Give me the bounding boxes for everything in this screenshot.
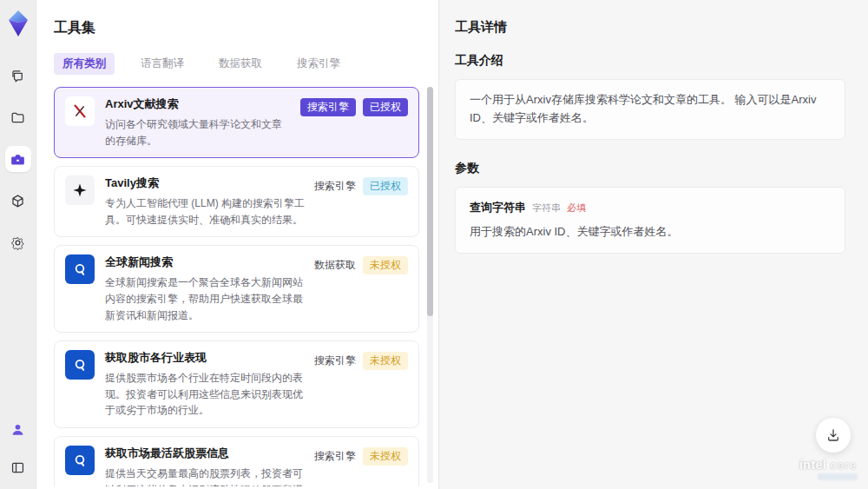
tool-card-arxiv[interactable]: Arxiv文献搜索 访问各个研究领域大量科学论文和文章的存储库。 搜索引擎 已授… [54, 87, 419, 158]
status-badge: 未授权 [363, 352, 408, 370]
tool-card-global-news[interactable]: 全球新闻搜索 全球新闻搜索是一个聚合全球各大新闻网站内容的搜索引擎，帮助用户快速… [54, 245, 419, 333]
scrollbar-thumb[interactable] [427, 87, 433, 316]
intro-text-box: 一个用于从Arxiv存储库搜索科学论文和文章的工具。 输入可以是Arxiv ID… [455, 79, 845, 140]
collapse-sidebar-button[interactable] [5, 454, 31, 480]
tab-all-categories[interactable]: 所有类别 [54, 53, 115, 75]
user-avatar[interactable] [5, 416, 31, 442]
detail-title: 工具详情 [455, 19, 845, 36]
tavily-star-icon [65, 175, 95, 205]
intel-logo-text: intel [799, 458, 826, 472]
tool-name: 获取股市各行业表现 [105, 350, 306, 366]
sidebar-item-models[interactable] [5, 188, 31, 214]
tools-panel: 工具集 所有类别 语言翻译 数据获取 搜索引擎 Arxiv文献搜索 访问各个研究… [36, 0, 438, 489]
cube-icon [10, 193, 26, 209]
download-button[interactable] [816, 418, 851, 453]
status-badge: 已授权 [363, 177, 408, 195]
status-badge: 未授权 [363, 256, 408, 274]
download-icon [825, 427, 841, 443]
settings-icon [10, 235, 26, 251]
tool-name: 获取市场最活跃股票信息 [105, 446, 306, 461]
tool-list: Arxiv文献搜索 访问各个研究领域大量科学论文和文章的存储库。 搜索引擎 已授… [54, 87, 438, 486]
tool-name: Tavily搜索 [105, 175, 306, 191]
status-badge: 未授权 [363, 447, 408, 466]
param-type: 字符串 [532, 201, 561, 216]
category-tabs: 所有类别 语言翻译 数据获取 搜索引擎 [54, 53, 438, 75]
panel-collapse-icon [10, 459, 26, 476]
tab-search-engine[interactable]: 搜索引擎 [288, 53, 349, 75]
processor-badge [818, 473, 858, 480]
param-description: 用于搜索的Arxiv ID、关键字或作者姓名。 [470, 223, 831, 241]
param-required-badge: 必填 [567, 201, 586, 216]
tool-description: 访问各个研究领域大量科学论文和文章的存储库。 [105, 116, 292, 149]
sidebar-item-chat[interactable] [5, 63, 31, 89]
stock-search-icon [65, 446, 95, 475]
status-badge: 已授权 [363, 98, 408, 116]
chat-icon [10, 68, 26, 84]
app-window: 工具集 所有类别 语言翻译 数据获取 搜索引擎 Arxiv文献搜索 访问各个研究… [0, 0, 868, 489]
sidebar-item-settings[interactable] [5, 229, 31, 255]
tool-card-stock-sectors[interactable]: 获取股市各行业表现 提供股票市场各个行业在特定时间段内的表现。投资者可以利用这些… [54, 340, 419, 428]
gem-logo-icon [7, 10, 30, 36]
list-scrollbar [427, 87, 433, 483]
category-label: 搜索引擎 [314, 177, 356, 195]
intro-heading: 工具介绍 [455, 53, 845, 69]
tool-description: 提供当天交易量最高的股票列表，投资者可以利用这些信息来识别流动性强的股票和潜在的… [105, 466, 306, 486]
tool-card-active-stocks[interactable]: 获取市场最活跃股票信息 提供当天交易量最高的股票列表，投资者可以利用这些信息来识… [54, 436, 419, 486]
news-search-icon [65, 254, 95, 284]
avatar-user-icon [10, 421, 26, 438]
category-label: 数据获取 [314, 256, 356, 274]
sidebar-item-files[interactable] [5, 104, 31, 130]
tool-card-tavily[interactable]: Tavily搜索 专为人工智能代理 (LLM) 构建的搜索引擎工具。可快速提供实… [54, 166, 419, 237]
tool-description: 全球新闻搜索是一个聚合全球各大新闻网站内容的搜索引擎，帮助用户快速获取全球最新资… [105, 274, 306, 323]
tool-detail-panel: 工具详情 工具介绍 一个用于从Arxiv存储库搜索科学论文和文章的工具。 输入可… [438, 0, 868, 489]
page-title: 工具集 [54, 19, 438, 37]
category-badge: 搜索引擎 [300, 98, 356, 116]
toolbox-icon [10, 151, 26, 168]
tool-description: 专为人工智能代理 (LLM) 构建的搜索引擎工具。可快速提供实时、准确和真实的结… [105, 195, 306, 228]
tab-language-translation[interactable]: 语言翻译 [132, 53, 193, 75]
tool-name: 全球新闻搜索 [105, 254, 306, 270]
tool-description: 提供股票市场各个行业在特定时间段内的表现。投资者可以利用这些信息来识别表现优于或… [105, 370, 306, 419]
sidebar-item-tools[interactable] [5, 146, 31, 172]
left-sidebar [0, 0, 36, 489]
param-name: 查询字符串 [470, 199, 526, 217]
category-label: 搜索引擎 [314, 447, 356, 466]
param-card: 查询字符串 字符串 必填 用于搜索的Arxiv ID、关键字或作者姓名。 [455, 187, 845, 254]
stock-search-icon [65, 350, 95, 380]
tool-name: Arxiv文献搜索 [105, 96, 292, 112]
params-heading: 参数 [455, 161, 845, 176]
tab-data-acquisition[interactable]: 数据获取 [210, 53, 271, 75]
core-logo-text: core [831, 459, 858, 472]
intel-core-logo: intel core [799, 459, 858, 480]
arxiv-icon [65, 96, 95, 126]
folder-icon [10, 109, 26, 126]
category-label: 搜索引擎 [314, 352, 356, 370]
